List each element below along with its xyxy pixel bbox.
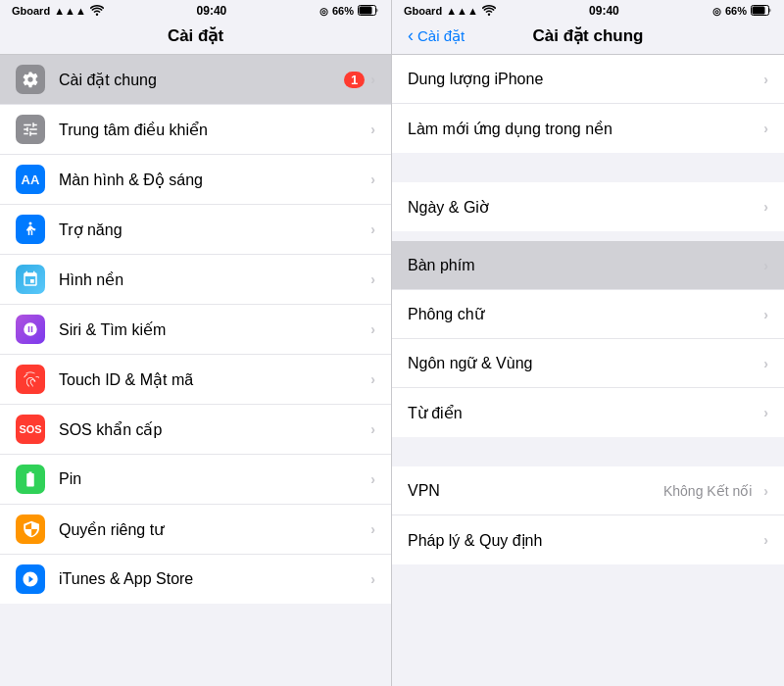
right-battery-percent: 66% [725,5,747,17]
hinh-nen-label: Hình nền [59,270,370,289]
tu-dien-right: › [763,405,768,420]
chevron-right-icon: › [763,258,768,273]
phap-ly-label: Pháp lý & Quy định [408,531,763,550]
settings-item-ngay-gio[interactable]: Ngày & Giờ › [392,182,784,231]
right-wifi-icon [482,5,496,18]
chevron-right-icon: › [370,421,375,437]
sos-right: › [370,421,375,437]
settings-item-itunes[interactable]: iTunes & App Store › [0,555,391,604]
separator-3 [392,437,784,466]
sos-label: SOS khẩn cấp [59,420,370,439]
touch-id-right: › [370,371,375,387]
phap-ly-right: › [763,532,768,548]
settings-item-siri[interactable]: Siri & Tìm kiếm › [0,305,391,355]
cai-dat-chung-label: Cài đặt chung [59,71,344,89]
right-settings-list: Dung lượng iPhone › Làm mới ứng dụng tro… [392,55,784,686]
quyen-label: Quyền riêng tư [59,520,370,539]
right-status-right: ◎ 66% [712,5,772,18]
siri-right: › [370,321,375,337]
sliders-icon [16,115,45,144]
chevron-right-icon: › [370,571,375,587]
left-status-bar: Gboard ▲▲▲ 09:40 ◎ 66% [0,0,391,22]
svg-rect-4 [753,6,765,14]
settings-item-ngon-ngu[interactable]: Ngôn ngữ & Vùng › [392,339,784,388]
ban-phim-label: Bàn phím [408,257,763,274]
settings-item-hinh-nen[interactable]: Hình nền › [0,255,391,305]
siri-label: Siri & Tìm kiếm [59,320,370,339]
right-status-left: Gboard ▲▲▲ [404,5,496,18]
left-carrier: Gboard [12,5,50,17]
settings-item-phap-ly[interactable]: Pháp lý & Quy định › [392,515,784,564]
settings-item-man-hinh[interactable]: AA Màn hình & Độ sáng › [0,155,391,205]
settings-item-trung-tam[interactable]: Trung tâm điều khiển › [0,105,391,155]
settings-item-dung-luong[interactable]: Dung lượng iPhone › [392,55,784,104]
settings-item-vpn[interactable]: VPN Không Kết nối › [392,466,784,515]
lam-moi-right: › [763,121,768,136]
vpn-right: Không Kết nối › [663,483,768,499]
sos-icon: SOS [16,415,45,444]
separator-2 [392,231,784,241]
svg-rect-1 [360,6,372,14]
gear-icon [16,65,45,94]
right-panel: Gboard ▲▲▲ 09:40 ◎ 66% [392,0,784,686]
wallpaper-icon [16,265,45,294]
left-nav-title: Cài đặt [168,26,223,45]
right-group-4: VPN Không Kết nối › Pháp lý & Quy định › [392,466,784,564]
vpn-label: VPN [408,482,663,500]
left-location-icon: ◎ [319,6,328,17]
settings-item-tu-dien[interactable]: Từ điển › [392,388,784,437]
dung-luong-label: Dung lượng iPhone [408,70,763,88]
settings-item-cai-dat-chung[interactable]: Cài đặt chung 1 › [0,55,391,105]
trung-tam-label: Trung tâm điều khiển [59,121,370,139]
privacy-icon [16,514,45,544]
cai-dat-chung-badge: 1 [344,72,365,88]
settings-item-lam-moi[interactable]: Làm mới ứng dụng trong nền › [392,104,784,153]
right-signal: ▲▲▲ [446,5,478,17]
pin-label: Pin [59,470,370,488]
ngay-gio-label: Ngày & Giờ [408,198,763,217]
separator-1 [392,153,784,182]
vpn-subtitle: Không Kết nối [663,483,752,499]
ngon-ngu-label: Ngôn ngữ & Vùng [408,354,763,372]
touch-id-label: Touch ID & Mật mã [59,370,370,389]
right-carrier: Gboard [404,5,442,17]
chevron-right-icon: › [763,307,768,322]
left-status-right: ◎ 66% [319,5,379,18]
chevron-right-icon: › [370,371,375,387]
back-chevron-icon: ‹ [408,25,414,46]
chevron-right-icon: › [370,221,375,237]
chevron-right-icon: › [370,72,375,87]
settings-item-ban-phim[interactable]: Bàn phím › [392,241,784,290]
left-battery-icon [358,5,379,18]
right-location-icon: ◎ [712,6,721,17]
right-group-3: Bàn phím › Phông chữ › Ngôn ngữ & Vùng ›… [392,241,784,437]
left-wifi-icon [90,5,104,18]
trung-tam-right: › [370,122,375,137]
quyen-right: › [370,521,375,537]
settings-item-touch-id[interactable]: Touch ID & Mật mã › [0,355,391,405]
chevron-right-icon: › [370,271,375,287]
settings-item-quyen[interactable]: Quyền riêng tư › [0,505,391,555]
ngay-gio-right: › [763,199,768,215]
settings-item-sos[interactable]: SOS SOS khẩn cấp › [0,405,391,455]
back-button[interactable]: ‹ Cài đặt [408,25,465,46]
settings-item-tro-nang[interactable]: Trợ năng › [0,205,391,255]
accessibility-icon [16,215,45,244]
left-nav-bar: Cài đặt [0,22,391,55]
left-battery-percent: 66% [332,5,354,17]
chevron-right-icon: › [370,521,375,537]
settings-item-phong-chu[interactable]: Phông chữ › [392,290,784,339]
chevron-right-icon: › [370,172,375,187]
tu-dien-label: Từ điển [408,404,763,422]
man-hinh-right: › [370,172,375,187]
back-label: Cài đặt [417,27,465,45]
hinh-nen-right: › [370,271,375,287]
right-group-1: Dung lượng iPhone › Làm mới ứng dụng tro… [392,55,784,153]
ngon-ngu-right: › [763,356,768,371]
left-panel: Gboard ▲▲▲ 09:40 ◎ 66% [0,0,392,686]
right-time: 09:40 [589,4,619,18]
settings-item-pin[interactable]: Pin › [0,455,391,505]
left-settings-list: Cài đặt chung 1 › Trung tâm điều khiển ›… [0,55,391,686]
man-hinh-label: Màn hình & Độ sáng [59,171,370,189]
right-status-bar: Gboard ▲▲▲ 09:40 ◎ 66% [392,0,784,22]
